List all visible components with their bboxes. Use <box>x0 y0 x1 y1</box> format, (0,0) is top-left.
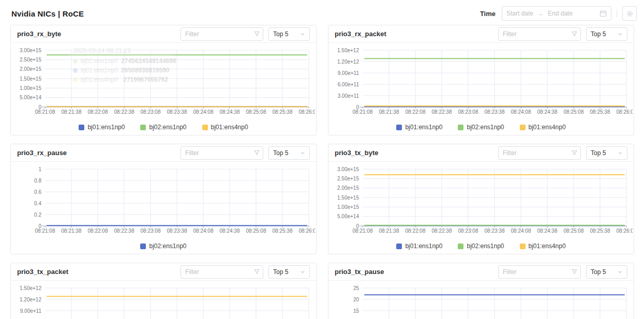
filter-icon <box>572 31 577 37</box>
svg-text:1.50e+15: 1.50e+15 <box>337 195 359 201</box>
filter-input-wrap <box>498 27 581 41</box>
svg-text:9.00e+11: 9.00e+11 <box>20 308 42 314</box>
svg-text:5.00e+14: 5.00e+14 <box>20 95 41 100</box>
svg-text:0.4: 0.4 <box>34 201 41 206</box>
filter-icon <box>254 150 260 156</box>
svg-text:1.50e+12: 1.50e+12 <box>337 48 359 53</box>
filter-icon <box>572 269 577 275</box>
svg-text:0.6: 0.6 <box>34 189 41 195</box>
legend-label: bj02:ens1np0 <box>149 242 186 250</box>
legend-swatch <box>396 125 402 130</box>
page-header: Nvidia NICs | RoCE Time Start date → End… <box>0 0 644 25</box>
chart-canvas: 08:21:0808:21:3808:22:0808:22:3808:23:08… <box>12 282 315 319</box>
svg-text:08:26:08: 08:26:08 <box>617 228 633 234</box>
legend-item[interactable]: bj02:ens1np0 <box>140 241 186 251</box>
end-date-placeholder[interactable]: End date <box>548 10 595 17</box>
svg-text:08:25:08: 08:25:08 <box>564 109 584 115</box>
svg-text:08:25:38: 08:25:38 <box>590 228 610 234</box>
topn-select-value: Top 5 <box>273 149 288 157</box>
divider <box>617 9 617 18</box>
svg-text:25: 25 <box>353 285 360 291</box>
svg-text:08:22:08: 08:22:08 <box>406 109 426 115</box>
legend-swatch <box>140 244 146 249</box>
svg-text:1: 1 <box>38 166 41 172</box>
svg-text:08:21:08: 08:21:08 <box>353 228 373 234</box>
legend-item[interactable]: bj01:ens1np0 <box>79 123 125 132</box>
chart-canvas: 08:21:0808:21:3808:22:0808:22:3808:23:08… <box>330 44 633 118</box>
legend-label: bj02:ens1np0 <box>467 124 504 131</box>
legend-item[interactable]: bj02:ens1np0 <box>458 241 504 251</box>
chart-prio3-tx-byte: 08:21:0808:21:3808:22:0808:22:3808:23:08… <box>328 162 634 254</box>
topn-select[interactable]: Top 5 <box>268 146 310 160</box>
chevron-down-icon <box>300 150 305 156</box>
legend-item[interactable]: bj02:ens1np0 <box>458 123 504 132</box>
topn-select[interactable]: Top 5 <box>268 265 310 279</box>
legend-label: bj01:ens4np0 <box>529 242 566 250</box>
panel-controls: Top 5 <box>181 265 310 279</box>
svg-text:08:25:08: 08:25:08 <box>564 228 584 234</box>
svg-text:08:23:08: 08:23:08 <box>141 228 161 234</box>
svg-text:0.8: 0.8 <box>34 178 41 184</box>
legend-item[interactable]: bj01:ens4np0 <box>520 123 566 132</box>
svg-text:5.00e+14: 5.00e+14 <box>337 214 359 219</box>
filter-icon <box>254 269 260 275</box>
topn-select[interactable]: Top 5 <box>586 146 627 160</box>
svg-text:08:22:08: 08:22:08 <box>406 228 426 234</box>
filter-input[interactable] <box>498 27 581 41</box>
svg-text:3.00e+11: 3.00e+11 <box>338 93 360 99</box>
panel-title: prio3_rx_pause <box>17 149 67 157</box>
date-range-picker[interactable]: Start date → End date <box>502 6 611 21</box>
dashboard-grid: prio3_rx_byte Top 5 08:21:0808:21:3808:2… <box>0 25 644 319</box>
filter-input[interactable] <box>181 146 263 160</box>
legend-item[interactable]: bj01:ens4np0 <box>202 123 248 132</box>
start-date-placeholder[interactable]: Start date <box>506 10 533 17</box>
chart-canvas: 08:21:0808:21:3808:22:0808:22:3808:23:08… <box>330 282 633 319</box>
svg-text:15: 15 <box>353 308 360 314</box>
svg-text:08:23:08: 08:23:08 <box>141 109 161 115</box>
topn-select-value: Top 5 <box>273 31 288 38</box>
filter-input[interactable] <box>181 265 263 279</box>
legend-item[interactable]: bj01:ens1np0 <box>396 123 442 132</box>
svg-text:08:26:08: 08:26:08 <box>617 109 633 115</box>
legend-label: bj02:ens1np0 <box>467 242 504 250</box>
svg-text:08:24:38: 08:24:38 <box>537 228 558 234</box>
panel-title: prio3_rx_byte <box>17 30 61 38</box>
gear-icon <box>626 10 634 18</box>
panel-prio3-tx-packet: prio3_tx_packet Top 5 08:21:0808:21:3808… <box>10 263 317 319</box>
svg-text:08:21:08: 08:21:08 <box>35 109 55 115</box>
legend-swatch <box>458 244 463 249</box>
filter-input[interactable] <box>498 146 581 160</box>
legend-item[interactable]: bj01:ens1np0 <box>396 241 442 251</box>
filter-input[interactable] <box>181 27 263 41</box>
filter-icon <box>572 150 577 156</box>
panel-header: prio3_tx_pause Top 5 <box>328 263 634 281</box>
filter-input-wrap <box>498 265 581 279</box>
topn-select[interactable]: Top 5 <box>586 27 627 41</box>
panel-controls: Top 5 <box>498 27 627 41</box>
svg-text:08:23:08: 08:23:08 <box>458 109 478 115</box>
svg-text:08:26:08: 08:26:08 <box>299 228 315 234</box>
topn-select[interactable]: Top 5 <box>268 27 310 41</box>
svg-text:08:21:38: 08:21:38 <box>62 109 82 115</box>
svg-text:08:22:38: 08:22:38 <box>114 109 134 115</box>
chart-prio3-tx-pause: 08:21:0808:21:3808:22:0808:22:3808:23:08… <box>328 281 634 319</box>
topn-select-value: Top 5 <box>273 268 288 276</box>
legend-swatch <box>458 125 463 130</box>
svg-text:08:25:38: 08:25:38 <box>590 109 610 115</box>
svg-text:08:22:38: 08:22:38 <box>432 109 452 115</box>
filter-input-wrap <box>181 265 263 279</box>
svg-text:3.00e+15: 3.00e+15 <box>337 166 359 172</box>
legend-item[interactable]: bj02:ens1np0 <box>140 123 186 132</box>
filter-input[interactable] <box>498 265 581 279</box>
page-title: Nvidia NICs | RoCE <box>11 9 84 18</box>
time-label: Time <box>480 10 496 18</box>
topn-select[interactable]: Top 5 <box>586 265 627 279</box>
settings-button[interactable] <box>622 6 637 21</box>
legend-label: bj01:ens1np0 <box>87 124 125 131</box>
svg-text:2.50e+15: 2.50e+15 <box>337 176 359 181</box>
legend-item[interactable]: bj01:ens4np0 <box>520 241 566 251</box>
filter-input-wrap <box>181 27 263 41</box>
svg-text:08:22:38: 08:22:38 <box>114 228 134 234</box>
legend-swatch <box>396 244 402 249</box>
chart-canvas: 08:21:0808:21:3808:22:0808:22:3808:23:08… <box>12 44 315 118</box>
